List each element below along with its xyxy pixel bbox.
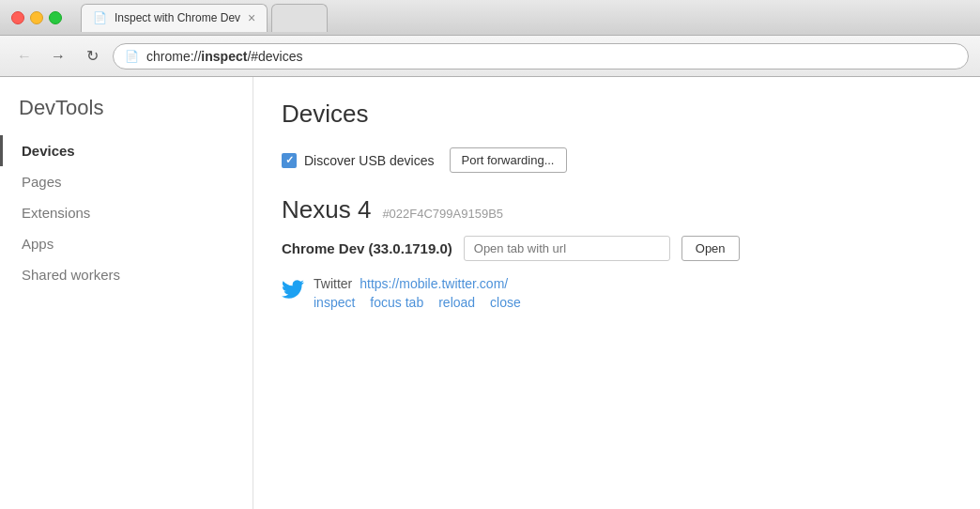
back-button[interactable]: ← (11, 43, 38, 69)
tab-page-icon: 📄 (93, 11, 107, 24)
focus-tab-link[interactable]: focus tab (370, 295, 423, 310)
device-name-row: Nexus 4 #022F4C799A9159B5 (282, 195, 952, 224)
twitter-icon (282, 278, 304, 301)
open-tab-url-input[interactable] (464, 236, 670, 261)
checkbox-check-icon: ✓ (285, 154, 294, 166)
sidebar: DevTools Devices Pages Extensions Apps S… (0, 77, 253, 509)
sidebar-item-devices[interactable]: Devices (0, 135, 253, 166)
device-id: #022F4C799A9159B5 (382, 207, 503, 221)
tab-bar: 📄 Inspect with Chrome Dev × (81, 4, 328, 32)
page-icon: 📄 (125, 50, 139, 63)
active-tab[interactable]: 📄 Inspect with Chrome Dev × (81, 4, 268, 32)
device-name: Nexus 4 (282, 195, 371, 224)
reload-link[interactable]: reload (438, 295, 475, 310)
discover-usb-row: ✓ Discover USB devices Port forwarding..… (282, 147, 952, 173)
tab-close-button[interactable]: × (248, 10, 255, 25)
sidebar-item-extensions[interactable]: Extensions (0, 197, 253, 228)
title-bar: 📄 Inspect with Chrome Dev × (0, 0, 980, 36)
close-link[interactable]: close (490, 295, 521, 310)
discover-usb-label: Discover USB devices (304, 153, 435, 168)
address-bar[interactable]: 📄 chrome://inspect/#devices (113, 43, 969, 69)
site-row-twitter: Twitter https://mobile.twitter.com/ insp… (282, 276, 952, 310)
open-tab-button[interactable]: Open (681, 236, 740, 261)
sidebar-title: DevTools (0, 96, 253, 135)
chrome-dev-row: Chrome Dev (33.0.1719.0) Open (282, 236, 952, 261)
reload-button[interactable]: ↻ (79, 43, 105, 69)
content-area: Devices ✓ Discover USB devices Port forw… (253, 77, 980, 509)
site-info-twitter: Twitter https://mobile.twitter.com/ insp… (314, 276, 521, 310)
port-forwarding-button[interactable]: Port forwarding... (450, 147, 567, 173)
forward-button[interactable]: → (45, 43, 71, 69)
discover-usb-checkbox[interactable]: ✓ (282, 153, 297, 168)
nav-bar: ← → ↻ 📄 chrome://inspect/#devices (0, 36, 980, 77)
sidebar-item-pages[interactable]: Pages (0, 166, 253, 197)
address-text: chrome://inspect/#devices (146, 49, 303, 64)
minimize-button[interactable] (30, 11, 43, 24)
new-tab-placeholder[interactable] (271, 4, 328, 32)
inspect-link[interactable]: inspect (314, 295, 355, 310)
sidebar-item-shared-workers[interactable]: Shared workers (0, 259, 253, 290)
traffic-lights (11, 11, 62, 24)
maximize-button[interactable] (49, 11, 62, 24)
site-actions-twitter: inspect focus tab reload close (314, 295, 521, 310)
browser-label: Chrome Dev (33.0.1719.0) (282, 240, 452, 256)
tab-title: Inspect with Chrome Dev (115, 11, 240, 24)
main-content: DevTools Devices Pages Extensions Apps S… (0, 77, 980, 509)
close-button[interactable] (11, 11, 24, 24)
sidebar-item-apps[interactable]: Apps (0, 228, 253, 259)
site-name-url-row: Twitter https://mobile.twitter.com/ (314, 276, 521, 291)
site-name-twitter: Twitter (314, 276, 352, 291)
discover-usb-checkbox-wrapper: ✓ Discover USB devices (282, 153, 435, 168)
page-title: Devices (282, 100, 952, 129)
site-url-twitter[interactable]: https://mobile.twitter.com/ (360, 276, 508, 291)
